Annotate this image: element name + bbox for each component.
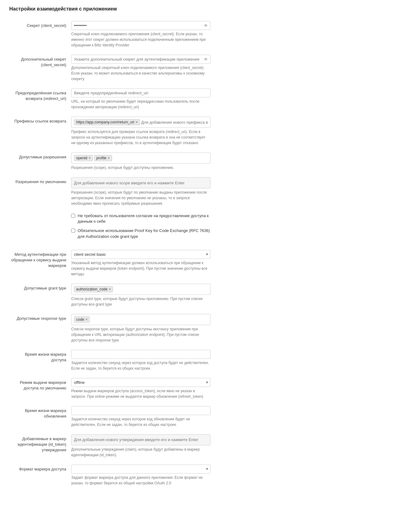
redirect-prefixes-tags-area[interactable]: https://app.company.com/return_uri × — [71, 117, 210, 128]
auth-method-label: Метод аутентификации при обращении к сер… — [9, 248, 71, 282]
additional-secret-content: 👁 Дополнительный секретный ключ подключа… — [71, 53, 398, 87]
page-title: Настройки взаимодействия с приложением — [9, 6, 398, 12]
grant-type-tag-remove-1[interactable]: × — [109, 287, 111, 291]
consent-checkbox[interactable] — [71, 214, 75, 218]
redirect-prefixes-hint: Префикс используется для проверки ссылок… — [71, 129, 210, 146]
refresh-token-lifetime-input[interactable] — [71, 406, 210, 415]
access-token-format-hint: Задает формат маркера доступа для данног… — [71, 475, 210, 486]
additional-secret-input[interactable] — [71, 55, 210, 64]
default-scopes-content: Разрешения (scope), которые будут по умо… — [71, 175, 398, 211]
access-token-lifetime-label: Время жизни маркера доступа — [9, 348, 71, 376]
consent-checkbox-row: Не требовать от пользователя согласие на… — [71, 213, 210, 224]
allowed-scopes-label: Допустимые разрешения — [9, 151, 71, 175]
additional-secret-label: Дополнительный секрет (client_secret) — [9, 53, 71, 87]
id-token-claims-hint: Дополнительные утверждения (claim), кото… — [71, 447, 210, 458]
grant-type-tag-1: authorization_code × — [74, 286, 113, 292]
grant-types-tags-area[interactable]: authorization_code × — [71, 284, 210, 295]
additional-secret-input-wrapper: 👁 — [71, 55, 210, 64]
redirect-uri-hint: URL, на который по умолчанию будет переа… — [71, 99, 210, 110]
id-token-claims-input[interactable] — [74, 437, 208, 442]
form-container: Секрет (client_secret) 👁 Секретный ключ … — [9, 19, 398, 491]
response-types-content: code × Список response type, которые буд… — [71, 312, 398, 348]
grant-types-hint: Список grant type, которые будут доступн… — [71, 296, 210, 307]
allowed-scopes-content: openid × profile × Разрешения (scope), к… — [71, 151, 398, 175]
default-scopes-tags-area[interactable] — [71, 177, 210, 188]
access-token-lifetime-content: Задается количество секунд через которое… — [71, 348, 398, 376]
redirect-uri-input[interactable] — [71, 88, 210, 97]
redirect-uri-label: Предопределённая ссылка возврата (redire… — [9, 87, 71, 115]
allowed-scope-tag-2: profile × — [94, 155, 112, 161]
consent-checkbox-label: Не требовать от пользователя согласие на… — [78, 213, 210, 224]
additional-secret-hint: Дополнительный секретный ключ подключаем… — [71, 65, 210, 82]
redirect-prefixes-input[interactable] — [141, 120, 208, 125]
allowed-scope-tag-remove-2[interactable]: × — [108, 156, 110, 160]
pkce-checkbox-row: Обязательное использование Proof Key for… — [71, 228, 210, 239]
additional-secret-eye-icon[interactable]: 👁 — [204, 57, 208, 62]
secret-content: 👁 Секретный ключ подключаемого приложени… — [71, 19, 398, 53]
response-type-tag-remove-1[interactable]: × — [85, 318, 88, 321]
allowed-scope-tag-value-2: profile — [96, 156, 106, 160]
refresh-token-lifetime-hint: Задается количество секунд через которое… — [71, 416, 210, 427]
allowed-scope-tag-value-1: openid — [76, 156, 87, 160]
checkbox-spacer-label — [9, 211, 71, 248]
default-scopes-input[interactable] — [74, 181, 208, 185]
pkce-checkbox-label: Обязательное использование Proof Key for… — [78, 228, 210, 239]
response-types-tags-area[interactable]: code × — [71, 314, 210, 325]
token-issue-mode-hint: Режим выдачи маркеров доступа (access_to… — [71, 388, 210, 399]
allowed-scopes-hint: Разрешения (scope), которые будут доступ… — [71, 165, 210, 170]
id-token-claims-tags-area[interactable] — [71, 434, 210, 445]
secret-input-wrapper: 👁 — [71, 21, 210, 30]
response-type-tag-1: code × — [74, 316, 90, 323]
redirect-prefix-tag-1: https://app.company.com/return_uri × — [74, 119, 140, 125]
default-scopes-hint: Разрешения (scope), которые будут по умо… — [71, 190, 210, 206]
response-types-hint: Список response type, которые будут дост… — [71, 326, 210, 343]
redirect-prefixes-label: Префиксы ссылок возврата — [9, 115, 71, 151]
response-types-label: Допустимые response type — [9, 312, 71, 348]
id-token-claims-content: Дополнительные утверждения (claim), кото… — [71, 432, 398, 463]
refresh-token-lifetime-content: Задается количество секунд через которое… — [71, 404, 398, 432]
allowed-scopes-tags-area[interactable]: openid × profile × — [71, 152, 210, 164]
default-scopes-label: Разрешения по умолчанию — [9, 175, 71, 211]
auth-method-select[interactable]: client secret basic client secret post p… — [71, 250, 210, 259]
token-issue-mode-content: offline online ▾ Режим выдачи маркеров д… — [71, 376, 398, 404]
access-token-format-select-wrapper: JWT opaque ▾ — [71, 465, 210, 474]
grant-types-label: Допустимые grant type — [9, 282, 71, 312]
token-issue-mode-select-wrapper: offline online ▾ — [71, 378, 210, 387]
pkce-checkbox[interactable] — [71, 229, 75, 233]
auth-method-select-wrapper: client secret basic client secret post p… — [71, 250, 210, 259]
auth-method-hint: Указанный метод аутентификации должен ис… — [71, 260, 210, 277]
id-token-claims-label: Добавляемые в маркер идентификации (id_t… — [9, 432, 71, 463]
access-token-lifetime-input[interactable] — [71, 350, 210, 359]
token-issue-mode-label: Режим выдачи маркеров доступа по умолчан… — [9, 376, 71, 404]
secret-hint: Секретный ключ подключаемого приложения … — [71, 31, 210, 48]
allowed-scope-tag-1: openid × — [74, 155, 93, 161]
redirect-prefixes-content: https://app.company.com/return_uri × Пре… — [71, 115, 398, 151]
checkboxes-content: Не требовать от пользователя согласие на… — [71, 211, 398, 248]
access-token-format-select[interactable]: JWT opaque — [71, 465, 210, 474]
refresh-token-lifetime-label: Время жизни маркера обновления — [9, 404, 71, 432]
access-token-format-label: Формат маркера доступа — [9, 463, 71, 491]
redirect-prefix-tag-remove-1[interactable]: × — [136, 120, 138, 124]
access-token-lifetime-hint: Задается количество секунд через которое… — [71, 360, 210, 371]
secret-eye-icon[interactable]: 👁 — [204, 23, 208, 28]
response-type-tag-value-1: code — [76, 317, 84, 322]
redirect-prefix-tag-value-1: https://app.company.com/return_uri — [76, 120, 134, 124]
allowed-scope-tag-remove-1[interactable]: × — [89, 156, 91, 160]
secret-input[interactable] — [71, 21, 210, 30]
grant-type-tag-value-1: authorization_code — [76, 287, 107, 291]
redirect-uri-content: URL, на который по умолчанию будет переа… — [71, 87, 398, 115]
token-issue-mode-select[interactable]: offline online — [71, 378, 210, 387]
access-token-format-content: JWT opaque ▾ Задает формат маркера досту… — [71, 463, 398, 491]
secret-label: Секрет (client_secret) — [9, 19, 71, 53]
grant-types-content: authorization_code × Список grant type, … — [71, 282, 398, 312]
auth-method-content: client secret basic client secret post p… — [71, 248, 398, 282]
